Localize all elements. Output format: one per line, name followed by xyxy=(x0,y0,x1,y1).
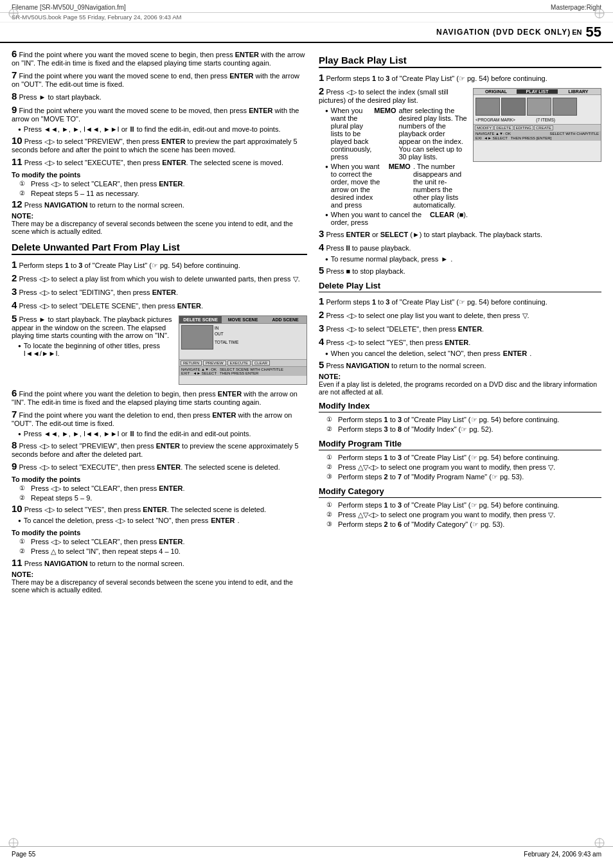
modify-category-list: ①Perform steps 1 to 3 of "Create Play Li… xyxy=(319,501,601,529)
page-number: 55 xyxy=(586,24,601,40)
del-step5-with-screen: 5 Press ► to start playback. The playbac… xyxy=(12,313,307,387)
dpl-step-3: 3 Press ◁▷ to select "DELETE", then pres… xyxy=(319,323,601,333)
modify-point-1: ①Press ◁▷ to select "CLEAR", then press … xyxy=(19,180,307,188)
del-step-6: 6 Find the point where you want the dele… xyxy=(12,387,307,406)
dpl-note: NOTE: Even if a play list is deleted, th… xyxy=(319,373,601,396)
mpt-step-3: ③Perform steps 2 to 7 of "Modify Program… xyxy=(326,473,601,481)
modify-points3-list: ①Press ◁▷ to select "CLEAR", then press … xyxy=(12,538,307,556)
dpl-step-5: 5 Press NAVIGATION to return to the norm… xyxy=(319,359,601,370)
pb-step2-with-screen: 2 Press ◁▷ to select the index (small st… xyxy=(319,85,601,228)
dpl-step-1: 1 Perform steps 1 to 3 of "Create Play L… xyxy=(319,296,601,306)
bullet-list-press: Press ◄◄, ►, ►, I◄◄, ►►I or II to find t… xyxy=(12,125,307,133)
modify-index-title: Modify Index xyxy=(319,401,601,412)
modify-index-list: ①Perform steps 1 to 3 of "Create Play Li… xyxy=(319,416,601,434)
mi-step-2: ②Perform steps 3 to 8 of "Modify Index" … xyxy=(326,425,601,434)
page-footer: Page 55 February 24, 2006 9:43 am xyxy=(0,846,613,862)
step-10: 10 Press ◁▷ to select "PREVIEW", then pr… xyxy=(12,135,307,154)
corner-mark-tr xyxy=(594,8,605,19)
mc-step-3: ③Perform steps 2 to 6 of "Modify Categor… xyxy=(326,520,601,529)
modify-point2-2: ②Repeat steps 5 – 9. xyxy=(19,494,307,502)
modify-program-title: Modify Program Title xyxy=(319,439,601,450)
title-bar: NAVIGATION (DVD DECK ONLY) EN 55 xyxy=(0,22,613,43)
dpl-step-4: 4 Press ◁▷ to select "YES", then press E… xyxy=(319,336,601,347)
filename: Filename [SR-MV50U_09Navigation.fm] xyxy=(12,4,126,11)
dpl-step-2: 2 Press ◁▷ to select one play list you w… xyxy=(319,309,601,320)
modify-points2-label: To modify the points xyxy=(12,475,307,483)
footer-page: Page 55 xyxy=(12,851,35,858)
modify-category-title: Modify Category xyxy=(319,486,601,498)
pb-step-4: 4 Press II to pause playback. xyxy=(319,242,601,252)
del-step-8: 8 Press ◁▷ to select "PREVIEW", then pre… xyxy=(12,439,307,458)
footer-date: February 24, 2006 9:43 am xyxy=(524,851,601,858)
note-block-2: NOTE: There may be a discrepancy of seve… xyxy=(12,571,307,594)
corner-mark-tl xyxy=(8,8,19,19)
page: Filename [SR-MV50U_09Navigation.fm] Mast… xyxy=(0,0,613,868)
bullet-locate: To locate the beginning of other titles,… xyxy=(12,342,172,357)
playlist-screen-img: ORIGINAL PLAY LIST LIBRARY <PROGRAM MARK… xyxy=(473,88,601,162)
del-step-9: 9 Press ◁▷ to select "EXECUTE", then pre… xyxy=(12,461,307,472)
modify-point3-1: ①Press ◁▷ to select "CLEAR", then press … xyxy=(19,538,307,546)
pb-step-1: 1 Perform steps 1 to 3 of "Create Play L… xyxy=(319,72,601,83)
pb-bullet-resume: To resume normal playback, press ►. xyxy=(319,255,601,263)
modify-point-2: ②Repeat steps 5 – 11 as necessary. xyxy=(19,190,307,197)
modify-points-label: To modify the points xyxy=(12,171,307,179)
step-12: 12 Press NAVIGATION to return to the nor… xyxy=(12,199,307,209)
pb-step-3: 3 Press ENTER or SELECT (►) to start pla… xyxy=(319,228,601,239)
pb-step-5: 5 Press ■ to stop playback. xyxy=(319,265,601,276)
playback-title: Play Back Play List xyxy=(319,55,601,68)
modify-program-list: ①Perform steps 1 to 3 of "Create Play Li… xyxy=(319,454,601,481)
section-title: NAVIGATION (DVD DECK ONLY) xyxy=(436,28,571,37)
delete-play-list-title: Delete Play List xyxy=(319,281,601,292)
del-step-7: 7 Find the point where you want the dele… xyxy=(12,409,307,427)
mc-step-1: ①Perform steps 1 to 3 of "Create Play Li… xyxy=(326,501,601,509)
mpt-step-1: ①Perform steps 1 to 3 of "Create Play Li… xyxy=(326,454,601,462)
page-header: Filename [SR-MV50U_09Navigation.fm] Mast… xyxy=(0,0,613,13)
bullet-press2: Press ◄◄, ►, ►, I◄◄, ►►I or II to find t… xyxy=(12,430,307,438)
lang-label: EN xyxy=(572,28,582,36)
del-step-2: 2 Press ◁▷ to select a play list from wh… xyxy=(12,272,307,283)
modify-points-list: ①Press ◁▷ to select "CLEAR", then press … xyxy=(12,180,307,197)
modify-point2-1: ①Press ◁▷ to select "CLEAR", then press … xyxy=(19,484,307,493)
step-8: 8 Press ► to start playback. xyxy=(12,91,307,102)
modify-points2-list: ①Press ◁▷ to select "CLEAR", then press … xyxy=(12,484,307,502)
right-column: Play Back Play List 1 Perform steps 1 to… xyxy=(319,48,601,598)
del-step-11b: 11 Press NAVIGATION to return to the nor… xyxy=(12,557,307,568)
step-11: 11 Press ◁▷ to select "EXECUTE", then pr… xyxy=(12,156,307,167)
mi-step-1: ①Perform steps 1 to 3 of "Create Play Li… xyxy=(326,416,601,424)
delete-screen-img: DELETE SCENE MOVE SCENE ADD SCENE IN OUT… xyxy=(179,315,307,385)
bullet-press: Press ◄◄, ►, ►, I◄◄, ►►I or II to find t… xyxy=(18,125,307,133)
mc-step-2: ②Press △▽◁▷ to select one program you wa… xyxy=(326,511,601,519)
main-content: 6 Find the point where you want the move… xyxy=(0,43,613,603)
del-step-10b: 10 Press ◁▷ to select "YES", then press … xyxy=(12,503,307,514)
modify-points3-label: To modify the points xyxy=(12,529,307,536)
step-7: 7 Find the point where you want the move… xyxy=(12,69,307,88)
mpt-step-2: ②Press △▽◁▷ to select one program you wa… xyxy=(326,463,601,472)
step-6: 6 Find the point where you want the move… xyxy=(12,48,307,67)
subtitle: SR-MV50US.book Page 55 Friday, February … xyxy=(0,13,613,22)
bullet-cancel: To cancel the deletion, press ◁▷ to sele… xyxy=(12,517,307,525)
step-9: 9 Find the point where you want the move… xyxy=(12,104,307,123)
pb-step2-text: 2 Press ◁▷ to select the index (small st… xyxy=(319,85,468,228)
left-column: 6 Find the point where you want the move… xyxy=(12,48,307,598)
del-step-5-text: 5 Press ► to start playback. The playbac… xyxy=(12,313,172,359)
del-step-1: 1 Perform steps 1 to 3 of "Create Play L… xyxy=(12,259,307,270)
delete-section-title: Delete Unwanted Part From Play List xyxy=(12,242,307,255)
modify-point3-2: ②Press △ to select "IN", then repeat ste… xyxy=(19,547,307,556)
note-block-1: NOTE: There may be a discrepancy of seve… xyxy=(12,212,307,235)
del-step-4: 4 Press ◁▷ to select "DELETE SCENE", the… xyxy=(12,299,307,310)
pb-bullets: When you want the plural play lists to b… xyxy=(319,107,468,226)
dpl-bullet-cancel: When you cancel the deletion, select "NO… xyxy=(319,350,601,357)
del-step-3: 3 Press ◁▷ to select "EDITING", then pre… xyxy=(12,286,307,297)
